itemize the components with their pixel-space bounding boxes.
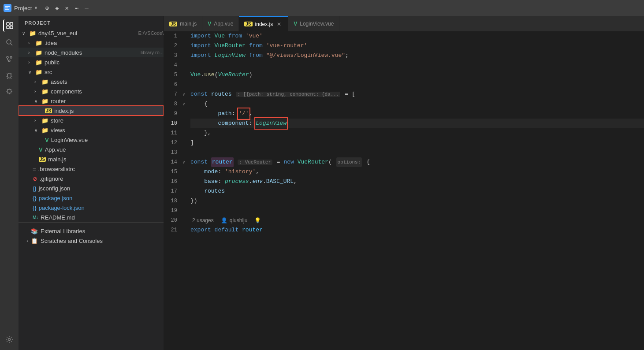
line-num-8: 8 [164,101,181,107]
tree-item-assets[interactable]: › 📁 assets [19,77,164,86]
punct-close-5: ) [249,70,253,80]
kw-from-1: from [228,31,246,41]
kw-default: default [215,225,242,235]
tree-label-scratches: Scratches and Consoles [41,238,103,244]
tree-item-ext-libs[interactable]: 📚 External Libraries [19,226,164,236]
tree-item-readme[interactable]: M↓ README.md [19,212,164,222]
kw-const-14: const [190,157,211,167]
code-line-19 [190,206,644,216]
tree-arrow-idea: › [28,41,35,45]
tree-item-package-lock[interactable]: {} package-lock.json [19,203,164,212]
svg-rect-2 [10,22,13,25]
str-loginview-path: "@/views/LoginView.vue" [266,51,345,60]
gutter-row-6: 6 [164,80,189,89]
fn-use: use [204,70,214,80]
punct-colon-16: : [218,177,225,186]
svg-rect-4 [10,26,13,29]
diamond-icon[interactable]: ◈ [55,4,59,12]
punct-dot-base: . [263,177,266,186]
code-line-12: ] [190,138,644,148]
tree-item-scratches[interactable]: › 📋 Scratches and Consoles [19,236,164,246]
line-num-21: 21 [164,227,181,233]
tree-item-browserslist[interactable]: ≡ .browserslistrc [19,164,164,174]
gutter-row-13: 13 [164,148,189,157]
plain-12: ] [190,138,194,148]
code-line-13 [190,148,644,157]
svg-rect-1 [7,22,9,25]
tree-label-loginview: LoginView.vue [51,137,164,143]
tree-item-package[interactable]: {} package.json [19,193,164,203]
activity-settings[interactable] [3,333,15,346]
tab-loginview-vue[interactable]: V LoginView.vue [288,16,339,31]
cls-vue: Vue [215,31,228,41]
punct-comma-9: , [249,109,253,119]
tree-item-jsconfig[interactable]: {} jsconfig.json [19,183,164,193]
minus-icon[interactable]: — [85,4,88,12]
tab-index-js[interactable]: JS index.js ✕ [239,16,288,31]
tree-item-public[interactable]: › 📁 public [19,57,164,67]
punct-open-14: ( [328,157,335,167]
add-icon[interactable]: ⊕ [45,4,49,12]
tree-item-node-modules[interactable]: › 📁 node_modules library ro... [19,48,164,57]
title-chevron-icon[interactable]: ∨ [34,5,37,11]
line-num-18: 18 [164,198,181,204]
code-line-3: import LoginView from "@/views/LoginView… [190,51,644,60]
fold-8[interactable]: ∨ [181,102,187,107]
tree-item-day45[interactable]: ∨ 📁 day45_vue_eui E:\VSCode\ [19,28,164,38]
activity-extensions[interactable] [3,86,15,99]
activity-search[interactable] [3,36,15,48]
code-line-8: { [190,99,644,109]
tree-label-components: components [51,88,164,95]
user-icon: 👤 [221,217,227,223]
line-num-15: 15 [164,169,181,175]
tree-label-jsconfig: jsconfig.json [39,185,164,192]
tree-item-index-js[interactable]: JS index.js [19,106,164,115]
tree-item-main-js[interactable]: JS main.js [19,154,164,164]
tree-item-gitignore[interactable]: ⊘ .gitignore [19,174,164,183]
cls-vuerouter-14: VueRouter [298,157,328,167]
code-editor[interactable]: import Vue from 'vue' import VueRouter f… [189,31,644,350]
code-line-16: base: process.env.BASE_URL, [190,177,644,186]
js-icon-index: JS [45,108,52,113]
punct-comma-16: , [294,177,297,186]
usage-bulb: 💡 [254,217,261,223]
punct-semi-3: ; [345,51,349,60]
js-icon-main: JS [39,157,46,162]
tree-label-public: public [45,59,164,66]
tree-arrow-public: › [28,60,35,65]
tree-item-views[interactable]: ∨ 📁 views [19,125,164,135]
svg-point-7 [7,56,8,58]
close-title-icon[interactable]: ✕ [65,4,68,12]
folder-icon-components: 📁 [41,88,48,95]
folder-icon-public: 📁 [35,59,42,66]
activity-debug[interactable] [3,70,15,82]
activity-git[interactable] [3,53,15,65]
tree-item-app-vue[interactable]: V App.vue [19,145,164,154]
tab-app-vue[interactable]: V App.vue [202,16,239,31]
tab-bar: JS main.js V App.vue JS index.js ✕ V Log… [164,16,644,31]
title-bar-left: Project ∨ ⊕ ◈ ✕ ⋯ — [4,4,89,12]
tree-item-idea[interactable]: › 📁 .idea [19,38,164,48]
tree-item-router[interactable]: ∨ 📁 router [19,96,164,106]
more-icon[interactable]: ⋯ [75,4,78,12]
activity-explorer[interactable] [3,19,15,32]
tree-item-loginview[interactable]: V LoginView.vue [19,135,164,145]
plain-8: { [190,99,208,109]
tree-path-day45: E:\VSCode\ [138,30,164,36]
tree-label-views: views [51,127,164,134]
fold-14[interactable]: ∨ [181,160,187,165]
tree-item-components[interactable]: › 📁 components [19,86,164,96]
plain-indent-10 [190,119,218,128]
content-area: JS main.js V App.vue JS index.js ✕ V Log… [164,16,644,350]
folder-icon-idea: 📁 [35,40,42,46]
tab-main-js[interactable]: JS main.js [164,16,202,31]
tree-arrow-day45: ∨ [22,31,29,36]
gutter: 1 2 3 4 5 6 7∨ 8∨ 9 10 11 12 13 14∨ 15 1… [164,31,189,350]
var-base-url: BASE_URL [266,177,294,186]
gutter-row-21: 21 [164,225,189,235]
fold-7[interactable]: ∨ [181,92,187,97]
tab-close-index-js[interactable]: ✕ [275,21,283,28]
tree-item-store[interactable]: › 📁 store [19,115,164,125]
tree-item-src[interactable]: ∨ 📁 src [19,67,164,77]
tab-label-main-js: main.js [180,21,197,27]
